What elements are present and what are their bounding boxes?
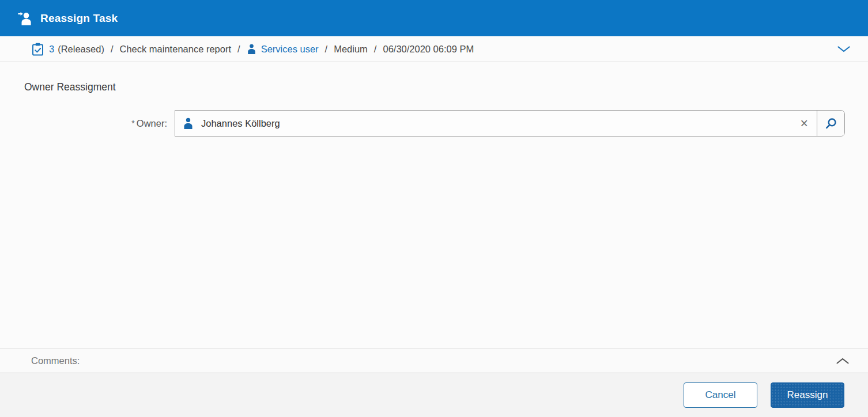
reassign-task-icon [16, 10, 33, 27]
chevron-down-icon[interactable] [836, 43, 852, 55]
search-icon [824, 117, 837, 130]
task-state-label: (Released) [58, 44, 104, 55]
breadcrumb-separator: / [111, 44, 114, 55]
owner-picker-group: Johannes Köllberg × [175, 110, 845, 137]
dialog-footer: Cancel Reassign [0, 373, 868, 417]
user-icon [183, 117, 194, 130]
dialog-title: Reassign Task [40, 12, 118, 25]
dialog-header: Reassign Task [0, 0, 868, 36]
breadcrumb-separator: / [237, 44, 240, 55]
chevron-up-icon[interactable] [835, 355, 851, 367]
task-name-label: Check maintenance report [120, 44, 232, 55]
task-summary-bar: 3 (Released) / Check maintenance report … [0, 36, 868, 62]
breadcrumb-separator: / [374, 44, 377, 55]
reassign-button[interactable]: Reassign [771, 382, 844, 408]
task-checklist-icon [32, 43, 44, 56]
task-owner-link[interactable]: Services user [261, 44, 319, 55]
owner-field-label: *Owner: [0, 118, 175, 129]
cancel-button[interactable]: Cancel [684, 382, 757, 408]
main-panel: Owner Reassigment *Owner: Johannes Köllb… [0, 62, 868, 348]
task-priority-label: Medium [334, 44, 368, 55]
owner-value: Johannes Köllberg [201, 118, 280, 129]
task-due-date-label: 06/30/2020 06:09 PM [383, 44, 474, 55]
required-marker: * [131, 118, 135, 128]
task-number-link[interactable]: 3 [49, 44, 54, 55]
comments-section-header[interactable]: Comments: [0, 348, 868, 373]
comments-label: Comments: [31, 355, 80, 366]
search-owner-button[interactable] [817, 111, 844, 136]
user-icon [247, 44, 256, 55]
breadcrumb-separator: / [325, 44, 328, 55]
owner-input[interactable]: Johannes Köllberg [175, 111, 792, 136]
section-title: Owner Reassigment [24, 81, 868, 93]
owner-form-row: *Owner: Johannes Köllberg × [0, 110, 868, 137]
clear-owner-button[interactable]: × [792, 117, 817, 130]
owner-label-text: Owner: [137, 118, 167, 128]
